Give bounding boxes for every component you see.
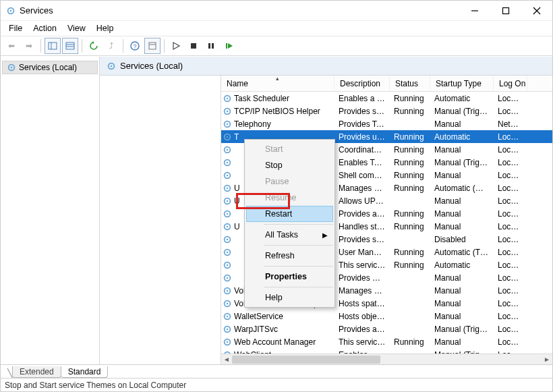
menu-action[interactable]: Action: [28, 22, 62, 34]
svg-marker-16: [173, 43, 179, 49]
ctx-start[interactable]: Start: [246, 141, 333, 157]
stop-service-button[interactable]: [185, 38, 202, 54]
cell-logon: Local Se: [494, 196, 527, 206]
svg-text:?: ?: [133, 43, 136, 50]
table-row[interactable]: TelephonyProvides Tel…ManualNetwork: [221, 117, 552, 130]
cell-startup: Automatic: [430, 260, 494, 270]
pause-service-button[interactable]: [203, 38, 219, 54]
restart-service-button[interactable]: [221, 38, 237, 54]
cell-logon: Local Sy: [494, 235, 527, 244]
help-button[interactable]: ?: [127, 38, 143, 54]
menu-bar: File Action View Help: [1, 21, 552, 36]
scroll-track[interactable]: [232, 354, 542, 365]
table-row[interactable]: Web Account ManagerThis service …Running…: [221, 335, 552, 348]
cell-description: Enables Tou…: [334, 158, 390, 167]
scroll-thumb[interactable]: [232, 356, 380, 364]
ctx-resume[interactable]: Resume: [246, 190, 333, 206]
close-button[interactable]: [521, 1, 552, 21]
ctx-help[interactable]: Help: [246, 289, 333, 306]
forward-button[interactable]: ➡: [21, 38, 37, 54]
cell-logon: Local Se: [494, 325, 527, 334]
cell-logon: Local Sy: [494, 260, 527, 270]
cell-description: Handles sto…: [334, 222, 390, 231]
svg-point-1: [10, 9, 12, 11]
export-button[interactable]: ⤴: [103, 38, 119, 54]
cell-logon: Local Sy: [494, 337, 527, 347]
svg-point-37: [227, 161, 229, 163]
cell-description: Provides su…: [334, 107, 390, 116]
tab-extended[interactable]: Extended: [12, 366, 61, 378]
gear-icon: [223, 273, 232, 283]
services-app-icon: [6, 6, 16, 16]
svg-rect-18: [208, 43, 210, 49]
menu-file[interactable]: File: [3, 22, 28, 34]
separator: [264, 266, 333, 267]
gear-icon: [223, 171, 232, 180]
cell-name: TCP/IP NetBIOS Helper: [234, 107, 320, 116]
cell-description: Hosts spatia…: [334, 299, 390, 308]
ctx-all-tasks[interactable]: All Tasks▶: [246, 227, 333, 243]
table-row[interactable]: TCP/IP NetBIOS HelperProvides su…Running…: [221, 105, 552, 117]
cell-description: Enables a us…: [334, 94, 390, 103]
cell-status: Running: [390, 184, 430, 193]
cell-logon: Local Sy: [494, 171, 527, 180]
view-tabs: ╲ Extended Standard: [1, 364, 552, 378]
svg-rect-14: [149, 43, 156, 49]
cell-status: Running: [390, 158, 430, 167]
svg-marker-21: [228, 43, 233, 49]
cell-startup: Manual: [430, 209, 494, 219]
cell-startup: Automatic: [430, 94, 494, 103]
table-row[interactable]: Task SchedulerEnables a us…RunningAutoma…: [221, 92, 552, 105]
show-hide-tree-button[interactable]: [45, 38, 61, 54]
back-button[interactable]: ⬅: [3, 38, 20, 54]
svg-point-51: [227, 251, 229, 253]
scroll-left-icon[interactable]: ◄: [221, 354, 232, 365]
ctx-stop[interactable]: Stop: [246, 157, 333, 173]
cell-description: Manages W…: [334, 184, 390, 193]
tree-root-label: Services (Local): [19, 63, 77, 72]
right-pane: Services (Local) ▴Name Description Statu…: [100, 57, 552, 364]
ctx-pause[interactable]: Pause: [246, 173, 333, 190]
cell-logon: Local Sy: [494, 286, 527, 296]
cell-status: Running: [390, 145, 430, 155]
refresh-button[interactable]: [86, 38, 102, 54]
col-logon[interactable]: Log On: [494, 76, 527, 91]
cell-startup: Disabled: [430, 235, 494, 244]
details-button[interactable]: [62, 38, 78, 54]
ctx-properties[interactable]: Properties: [246, 269, 333, 285]
gear-icon: [223, 286, 232, 296]
cell-description: Hosts objec…: [334, 312, 390, 321]
horizontal-scrollbar[interactable]: ◄ ►: [221, 354, 552, 364]
tab-standard[interactable]: Standard: [61, 366, 109, 378]
col-startup[interactable]: Startup Type: [430, 76, 494, 91]
table-row[interactable]: WarpJITSvcProvides a JI…Manual (Trig…Loc…: [221, 323, 552, 335]
submenu-arrow-icon: ▶: [322, 231, 328, 239]
col-status[interactable]: Status: [390, 76, 430, 91]
cell-logon: Local Sy: [494, 94, 527, 103]
cell-description: This service …: [334, 337, 390, 347]
col-description[interactable]: Description: [334, 76, 390, 91]
cell-startup: Manual: [430, 312, 494, 321]
col-name[interactable]: ▴Name: [221, 76, 334, 91]
minimize-button[interactable]: [459, 1, 490, 21]
menu-help[interactable]: Help: [91, 22, 119, 34]
cell-description: Provides a JI…: [334, 325, 390, 334]
start-service-button[interactable]: [168, 38, 184, 54]
cell-name: WalletService: [234, 312, 283, 321]
tree-pane: Services (Local): [1, 57, 100, 364]
ctx-refresh[interactable]: Refresh: [246, 248, 333, 264]
scroll-right-icon[interactable]: ►: [542, 354, 552, 365]
cell-description: Allows UPn…: [334, 196, 390, 206]
cell-status: Running: [390, 337, 430, 347]
ctx-restart[interactable]: Restart: [246, 206, 333, 222]
maximize-button[interactable]: [490, 1, 521, 21]
cell-logon: Local Sy: [494, 222, 527, 231]
table-row[interactable]: WalletServiceHosts objec…ManualLocal Sy: [221, 310, 552, 323]
gear-icon: [223, 184, 232, 193]
gear-icon: [223, 107, 232, 116]
properties-button[interactable]: [144, 38, 161, 54]
cell-logon: Local Sy: [494, 158, 527, 167]
menu-view[interactable]: View: [62, 22, 91, 34]
tree-root-item[interactable]: Services (Local): [2, 61, 98, 74]
svg-point-53: [227, 264, 229, 266]
